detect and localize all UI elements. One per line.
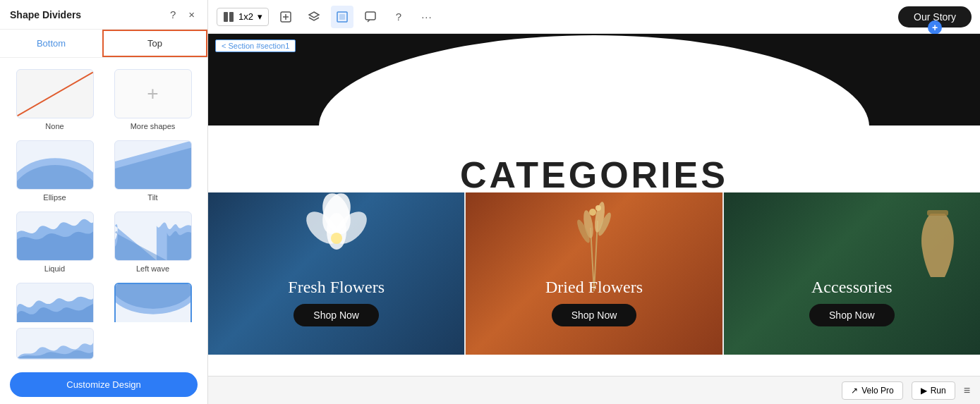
tilt-svg <box>115 140 191 190</box>
add-section-button[interactable] <box>274 6 297 28</box>
shapes-grid: None + More shapes Ellipse <box>0 58 207 322</box>
shape-label-liquid: Liquid <box>44 264 65 273</box>
svg-rect-15 <box>365 12 375 20</box>
card-fresh: Fresh Flowers Shop Now <box>208 192 466 355</box>
svg-marker-12 <box>309 12 319 18</box>
help-toolbar-icon: ? <box>396 11 401 23</box>
comment-button[interactable] <box>359 6 382 28</box>
help-button[interactable]: ? <box>167 7 179 22</box>
shape-label-tilt: Tilt <box>147 193 157 202</box>
section-label[interactable]: < Section #section1 <box>215 39 296 52</box>
run-label: Run <box>931 386 946 396</box>
partial-shape-preview <box>16 328 94 360</box>
panel-header: Shape Dividers ? × <box>0 0 207 30</box>
canvas-content: < Section #section1 CATEGORIES <box>208 34 980 376</box>
more-options-button[interactable]: ··· <box>416 6 438 28</box>
invertedellipse-svg <box>116 283 190 322</box>
tab-bottom[interactable]: Bottom <box>0 30 102 57</box>
layout-select[interactable]: 1x2 ▾ <box>217 8 269 26</box>
add-section-icon <box>279 11 292 23</box>
shape-preview-paintscribble <box>16 283 94 322</box>
shape-preview-leftwave <box>114 212 192 261</box>
ellipse-svg <box>17 140 93 190</box>
crop-icon <box>336 11 349 23</box>
panel-title: Shape Dividers <box>10 9 81 20</box>
run-button[interactable]: ▶ Run <box>912 381 955 400</box>
layout-chevron-icon: ▾ <box>258 11 262 22</box>
card-dried-title: Dried Flowers <box>545 278 643 297</box>
card-acc-btn[interactable]: Shop Now <box>809 304 895 326</box>
crop-button[interactable] <box>331 6 353 28</box>
settings-button[interactable]: ≡ <box>964 384 970 397</box>
cards-row: Fresh Flowers Shop Now <box>208 192 980 355</box>
toolbar-left: 1x2 ▾ ? ··· <box>217 6 891 28</box>
layers-button[interactable] <box>303 6 325 28</box>
none-line <box>16 69 94 118</box>
leftwave-svg <box>115 212 191 261</box>
shape-label-more: More shapes <box>131 122 176 130</box>
right-area: 1x2 ▾ ? ··· Our Story <box>208 0 980 404</box>
shape-label-none: None <box>45 122 63 130</box>
paintscribble-svg <box>17 283 93 322</box>
shape-item-more[interactable]: + More shapes <box>104 63 202 135</box>
shape-preview-invertedellipse <box>114 283 192 322</box>
liquid-svg <box>17 212 93 261</box>
run-play-icon: ▶ <box>921 386 927 396</box>
categories-heading: CATEGORIES <box>208 126 980 196</box>
partial-svg <box>17 328 93 359</box>
layout-icon <box>223 11 234 23</box>
partial-shapes-row <box>0 322 207 367</box>
shape-preview-liquid <box>16 212 94 261</box>
top-toolbar: 1x2 ▾ ? ··· Our Story <box>208 0 980 34</box>
card-fresh-content: Fresh Flowers Shop Now <box>208 221 464 326</box>
canvas-area: < Section #section1 CATEGORIES <box>208 34 980 376</box>
svg-rect-7 <box>224 12 228 22</box>
settings-icon: ≡ <box>964 384 970 396</box>
shape-item-tilt[interactable]: Tilt <box>104 135 202 206</box>
tab-row: Bottom Top <box>0 30 207 58</box>
card-dried: Dried Flowers Shop Now <box>466 192 723 355</box>
arch-cutout <box>319 35 869 126</box>
card-accessories: Accessories Shop Now <box>724 192 980 355</box>
shape-item-leftwave[interactable]: Left wave <box>104 206 202 277</box>
card-fresh-btn[interactable]: Shop Now <box>294 304 379 326</box>
shape-item-paintscribble[interactable]: Paint scribble <box>6 277 104 322</box>
shape-item-liquid[interactable]: Liquid <box>6 206 104 277</box>
shape-dividers-panel: Shape Dividers ? × Bottom Top None + Mor… <box>0 0 208 404</box>
svg-point-30 <box>595 205 601 211</box>
shape-preview-none <box>16 69 94 118</box>
customize-design-button[interactable]: Customize Design <box>10 372 198 397</box>
svg-rect-8 <box>229 12 234 22</box>
help-toolbar-button[interactable]: ? <box>387 6 410 28</box>
svg-rect-31 <box>927 210 948 216</box>
shape-preview-more: + <box>114 69 192 118</box>
svg-point-29 <box>589 209 596 216</box>
card-acc-content: Accessories Shop Now <box>724 221 980 326</box>
shape-item-partial1[interactable] <box>6 322 104 364</box>
shape-preview-ellipse <box>16 140 94 190</box>
card-dried-content: Dried Flowers Shop Now <box>466 221 722 326</box>
more-options-icon: ··· <box>421 11 432 23</box>
nav-pill[interactable]: Our Story + <box>898 6 972 27</box>
shape-item-ellipse[interactable]: Ellipse <box>6 135 104 206</box>
card-acc-title: Accessories <box>811 278 893 297</box>
nav-pill-plus-icon[interactable]: + <box>928 20 942 35</box>
shape-label-leftwave: Left wave <box>136 264 169 273</box>
velo-pro-button[interactable]: ↗ Velo Pro <box>842 381 902 400</box>
close-button[interactable]: × <box>186 7 198 22</box>
card-dried-btn[interactable]: Shop Now <box>552 304 637 326</box>
bottom-toolbar: ↗ Velo Pro ▶ Run ≡ <box>208 376 980 404</box>
shape-item-invertedellipse[interactable]: Inverted ellipse <box>104 277 202 322</box>
panel-header-icons: ? × <box>167 7 198 22</box>
card-fresh-title: Fresh Flowers <box>288 278 385 297</box>
layout-label: 1x2 <box>238 11 253 22</box>
more-plus-icon: + <box>147 84 158 104</box>
shape-item-none[interactable]: None <box>6 63 104 135</box>
tab-top[interactable]: Top <box>102 30 207 57</box>
layers-icon <box>308 11 320 23</box>
velo-pro-label: Velo Pro <box>861 386 893 396</box>
shape-preview-tilt <box>114 140 192 190</box>
svg-rect-14 <box>339 14 345 20</box>
velo-pro-link-icon: ↗ <box>851 386 858 396</box>
shape-label-ellipse: Ellipse <box>43 193 66 202</box>
